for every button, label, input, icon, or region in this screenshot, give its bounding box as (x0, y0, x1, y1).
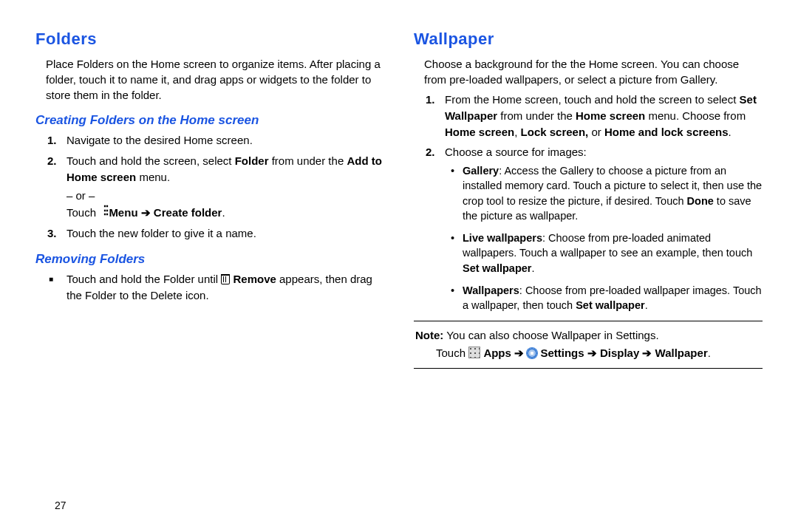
manual-page: Folders Place Folders on the Home screen… (0, 0, 798, 532)
step-2-a: Touch and hold the screen, select (66, 154, 235, 167)
touch-pre: Touch (66, 206, 99, 219)
touch-menu-line: Touch Menu ➔ Create folder. (66, 206, 384, 219)
live-end: . (531, 262, 534, 274)
note-line1: Note: You can also choose Wallpaper in S… (415, 327, 761, 344)
heading-wallpaper: Wallpaper (414, 30, 763, 49)
live-bold: Live wallpapers (463, 232, 542, 244)
rem-bold: Remove (233, 273, 276, 285)
w1f: Home screen (445, 126, 514, 138)
trash-icon (221, 274, 230, 284)
w1c: from under the (497, 109, 576, 122)
removing-list: Touch and hold the Folder until Remove a… (64, 271, 384, 304)
folders-intro: Place Folders on the Home screen to orga… (46, 56, 384, 103)
step-2: 2. Touch and hold the screen, select Fol… (64, 153, 384, 185)
live-set: Set wallpaper (463, 262, 531, 274)
heading-folders: Folders (35, 30, 384, 49)
subheading-removing: Removing Folders (35, 252, 384, 267)
wallpaper-intro: Choose a background for the the Home scr… (424, 56, 763, 87)
removing-item: Touch and hold the Folder until Remove a… (64, 271, 384, 304)
page-number: 27 (55, 499, 66, 511)
touch-post: . (222, 206, 225, 219)
wstep-2: 2. Choose a source for images: Gallery: … (442, 144, 763, 313)
settings-bold: Settings ➔ Display ➔ Wallpaper (540, 347, 707, 359)
path-post: . (708, 347, 711, 359)
note-text: You can also choose Wallpaper in Setting… (443, 329, 658, 341)
w1h: Lock screen, (521, 126, 589, 138)
w1g: , (514, 126, 520, 138)
w1a: From the Home screen, touch and hold the… (445, 93, 740, 106)
creating-steps-cont: 3.Touch the new folder to give it a name… (64, 225, 384, 242)
note-box: Note: You can also choose Wallpaper in S… (414, 321, 763, 369)
w2-intro: Choose a source for images: (445, 146, 587, 158)
right-column: Wallpaper Choose a background for the th… (414, 30, 763, 517)
step-2-e: menu. (136, 171, 170, 183)
note-path: Touch Apps ➔ Settings ➔ Display ➔ Wallpa… (436, 345, 761, 362)
step-3-text: Touch the new folder to give it a name. (66, 227, 256, 239)
apps-icon (468, 347, 480, 358)
menu-icon (99, 208, 106, 218)
w1k: . (729, 126, 732, 138)
source-gallery: Gallery: Access the Gallery to choose a … (461, 163, 763, 223)
note-label: Note: (415, 329, 443, 341)
w1i: or (588, 126, 604, 138)
step-1: 1.Navigate to the desired Home screen. (64, 132, 384, 149)
wstep-1: 1. From the Home screen, touch and hold … (442, 92, 763, 140)
step-2-c: from under the (269, 154, 347, 167)
gal-bold: Gallery (463, 165, 499, 177)
left-column: Folders Place Folders on the Home screen… (35, 30, 384, 517)
wp-bold: Wallpapers (463, 284, 519, 296)
rem-a: Touch and hold the Folder until (66, 273, 221, 285)
step-3: 3.Touch the new folder to give it a name… (64, 225, 384, 242)
step-2-folder-bold: Folder (235, 154, 269, 167)
touch-bold: Menu ➔ Create folder (109, 206, 222, 219)
or-separator: – or – (66, 189, 384, 202)
step-1-text: Navigate to the desired Home screen. (66, 134, 253, 146)
source-live: Live wallpapers: Choose from pre-loaded … (461, 231, 763, 276)
subheading-creating: Creating Folders on the Home screen (35, 113, 384, 128)
creating-steps: 1.Navigate to the desired Home screen. 2… (64, 132, 384, 185)
source-wallpapers: Wallpapers: Choose from pre-loaded wallp… (461, 283, 763, 313)
w1j: Home and lock screens (604, 126, 729, 138)
gal-done: Done (687, 195, 714, 207)
source-list: Gallery: Access the Gallery to choose a … (461, 163, 763, 313)
settings-icon (527, 348, 537, 358)
path-pre: Touch (436, 347, 468, 359)
wp-set: Set wallpaper (576, 299, 644, 311)
apps-bold: Apps ➔ (483, 347, 527, 359)
w1e: menu. Choose from (645, 109, 746, 122)
wallpaper-steps: 1. From the Home screen, touch and hold … (442, 92, 763, 313)
w1d: Home screen (576, 109, 645, 122)
wp-end: . (645, 299, 648, 311)
